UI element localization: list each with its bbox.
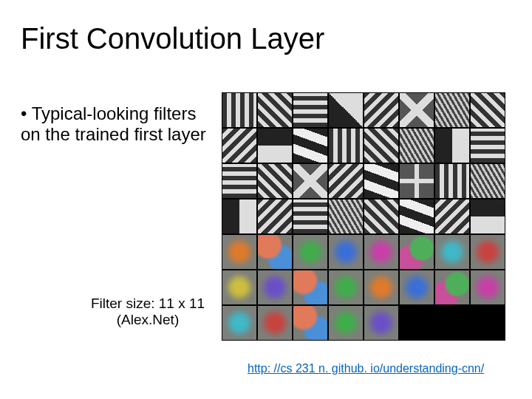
- filter-tile: [400, 235, 434, 269]
- filter-tile: [364, 270, 398, 304]
- filter-tile: [471, 270, 505, 304]
- filter-tile: [471, 164, 505, 198]
- filter-tile: [329, 200, 363, 233]
- filter-tile: [258, 306, 292, 340]
- filter-tile: [435, 200, 469, 233]
- filter-tile: [293, 235, 327, 269]
- filter-tile: [222, 200, 256, 233]
- filter-tile: [222, 306, 256, 340]
- filter-tile: [329, 235, 363, 269]
- filter-tile: [400, 129, 434, 163]
- filter-tile: [222, 93, 256, 127]
- filter-tile: [329, 129, 363, 163]
- bullet-text: • Typical-looking filters on the trained…: [21, 103, 213, 144]
- filter-tile: [435, 93, 469, 127]
- source-link[interactable]: http: //cs 231 n. github. io/understandi…: [248, 362, 484, 375]
- filter-tile: [471, 200, 505, 233]
- filter-tile: [293, 200, 327, 233]
- bullet-content: Typical-looking filters on the trained f…: [21, 103, 206, 144]
- filter-tile: [329, 270, 363, 304]
- filter-tile: [400, 270, 434, 304]
- filter-tile: [258, 270, 292, 304]
- filter-tile: [293, 93, 327, 127]
- filter-tile: [471, 235, 505, 269]
- filter-grid: [222, 92, 505, 341]
- filter-tile: [329, 93, 363, 127]
- filter-tile: [258, 200, 292, 233]
- slide: First Convolution Layer • Typical-lookin…: [0, 0, 532, 399]
- filter-tile: [364, 200, 398, 233]
- filter-tile: [435, 235, 469, 269]
- filter-tile: [364, 164, 398, 198]
- filter-tile: [222, 235, 256, 269]
- filter-tile: [258, 164, 292, 198]
- filter-tile: [400, 200, 434, 233]
- filter-tile: [258, 93, 292, 127]
- filter-tile: [293, 129, 327, 163]
- filter-tile: [435, 164, 469, 198]
- filter-tile: [329, 164, 363, 198]
- filter-tile: [364, 93, 398, 127]
- filter-tile: [364, 235, 398, 269]
- filter-tile: [471, 129, 505, 163]
- filter-tile: [293, 270, 327, 304]
- filter-tile-empty: [470, 305, 505, 341]
- filter-tile: [222, 164, 256, 198]
- caption-line1: Filter size: 11 x 11: [91, 296, 205, 311]
- filter-caption: Filter size: 11 x 11 (Alex.Net): [74, 296, 222, 328]
- filter-tile: [329, 306, 363, 340]
- filter-tile: [258, 129, 292, 163]
- filter-tile: [435, 270, 469, 304]
- filter-tile: [293, 164, 327, 198]
- caption-line2: (Alex.Net): [117, 312, 179, 327]
- filter-tile: [400, 93, 434, 127]
- filter-tile: [258, 235, 292, 269]
- filter-tile: [471, 93, 505, 127]
- filter-tile: [293, 306, 327, 340]
- filter-tile-empty: [399, 305, 434, 341]
- bullet-dot: •: [21, 103, 27, 124]
- filter-tile: [435, 129, 469, 163]
- filter-tile: [400, 164, 434, 198]
- filter-tile: [222, 129, 256, 163]
- filter-tile: [222, 270, 256, 304]
- filter-tile-empty: [434, 305, 470, 341]
- filter-tile: [364, 306, 398, 340]
- slide-title: First Convolution Layer: [21, 22, 324, 55]
- filter-tile: [364, 129, 398, 163]
